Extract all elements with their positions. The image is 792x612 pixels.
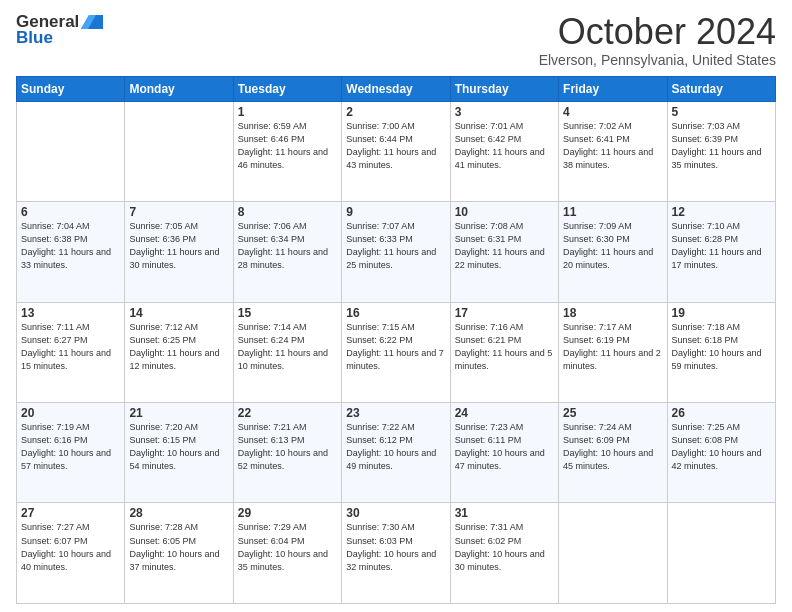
calendar-week-row: 6Sunrise: 7:04 AM Sunset: 6:38 PM Daylig… [17, 202, 776, 302]
day-number: 25 [563, 406, 662, 420]
logo: General Blue [16, 12, 103, 48]
day-number: 20 [21, 406, 120, 420]
day-info: Sunrise: 7:27 AM Sunset: 6:07 PM Dayligh… [21, 521, 120, 573]
table-row: 2Sunrise: 7:00 AM Sunset: 6:44 PM Daylig… [342, 101, 450, 201]
col-saturday: Saturday [667, 76, 775, 101]
day-number: 9 [346, 205, 445, 219]
day-number: 27 [21, 506, 120, 520]
day-info: Sunrise: 7:24 AM Sunset: 6:09 PM Dayligh… [563, 421, 662, 473]
day-info: Sunrise: 7:09 AM Sunset: 6:30 PM Dayligh… [563, 220, 662, 272]
day-info: Sunrise: 7:18 AM Sunset: 6:18 PM Dayligh… [672, 321, 771, 373]
location: Elverson, Pennsylvania, United States [539, 52, 776, 68]
day-number: 11 [563, 205, 662, 219]
day-info: Sunrise: 7:11 AM Sunset: 6:27 PM Dayligh… [21, 321, 120, 373]
day-info: Sunrise: 7:07 AM Sunset: 6:33 PM Dayligh… [346, 220, 445, 272]
day-info: Sunrise: 7:02 AM Sunset: 6:41 PM Dayligh… [563, 120, 662, 172]
table-row [17, 101, 125, 201]
page: General Blue October 2024 Elverson, Penn… [0, 0, 792, 612]
table-row: 24Sunrise: 7:23 AM Sunset: 6:11 PM Dayli… [450, 403, 558, 503]
table-row: 13Sunrise: 7:11 AM Sunset: 6:27 PM Dayli… [17, 302, 125, 402]
day-number: 23 [346, 406, 445, 420]
day-number: 28 [129, 506, 228, 520]
table-row: 6Sunrise: 7:04 AM Sunset: 6:38 PM Daylig… [17, 202, 125, 302]
table-row: 31Sunrise: 7:31 AM Sunset: 6:02 PM Dayli… [450, 503, 558, 604]
day-number: 24 [455, 406, 554, 420]
day-number: 18 [563, 306, 662, 320]
day-info: Sunrise: 7:12 AM Sunset: 6:25 PM Dayligh… [129, 321, 228, 373]
table-row: 27Sunrise: 7:27 AM Sunset: 6:07 PM Dayli… [17, 503, 125, 604]
day-number: 8 [238, 205, 337, 219]
day-number: 13 [21, 306, 120, 320]
day-info: Sunrise: 7:08 AM Sunset: 6:31 PM Dayligh… [455, 220, 554, 272]
day-number: 10 [455, 205, 554, 219]
day-number: 14 [129, 306, 228, 320]
logo-icon [81, 15, 103, 29]
table-row: 8Sunrise: 7:06 AM Sunset: 6:34 PM Daylig… [233, 202, 341, 302]
calendar-week-row: 20Sunrise: 7:19 AM Sunset: 6:16 PM Dayli… [17, 403, 776, 503]
col-monday: Monday [125, 76, 233, 101]
table-row: 28Sunrise: 7:28 AM Sunset: 6:05 PM Dayli… [125, 503, 233, 604]
day-info: Sunrise: 7:00 AM Sunset: 6:44 PM Dayligh… [346, 120, 445, 172]
day-info: Sunrise: 6:59 AM Sunset: 6:46 PM Dayligh… [238, 120, 337, 172]
day-info: Sunrise: 7:04 AM Sunset: 6:38 PM Dayligh… [21, 220, 120, 272]
table-row: 21Sunrise: 7:20 AM Sunset: 6:15 PM Dayli… [125, 403, 233, 503]
col-wednesday: Wednesday [342, 76, 450, 101]
day-info: Sunrise: 7:15 AM Sunset: 6:22 PM Dayligh… [346, 321, 445, 373]
day-info: Sunrise: 7:03 AM Sunset: 6:39 PM Dayligh… [672, 120, 771, 172]
day-info: Sunrise: 7:25 AM Sunset: 6:08 PM Dayligh… [672, 421, 771, 473]
day-info: Sunrise: 7:28 AM Sunset: 6:05 PM Dayligh… [129, 521, 228, 573]
day-info: Sunrise: 7:29 AM Sunset: 6:04 PM Dayligh… [238, 521, 337, 573]
table-row: 12Sunrise: 7:10 AM Sunset: 6:28 PM Dayli… [667, 202, 775, 302]
day-number: 31 [455, 506, 554, 520]
month-title: October 2024 [539, 12, 776, 52]
day-number: 19 [672, 306, 771, 320]
table-row: 26Sunrise: 7:25 AM Sunset: 6:08 PM Dayli… [667, 403, 775, 503]
calendar-week-row: 1Sunrise: 6:59 AM Sunset: 6:46 PM Daylig… [17, 101, 776, 201]
calendar-header-row: Sunday Monday Tuesday Wednesday Thursday… [17, 76, 776, 101]
calendar-week-row: 13Sunrise: 7:11 AM Sunset: 6:27 PM Dayli… [17, 302, 776, 402]
day-info: Sunrise: 7:21 AM Sunset: 6:13 PM Dayligh… [238, 421, 337, 473]
table-row: 4Sunrise: 7:02 AM Sunset: 6:41 PM Daylig… [559, 101, 667, 201]
table-row: 25Sunrise: 7:24 AM Sunset: 6:09 PM Dayli… [559, 403, 667, 503]
day-info: Sunrise: 7:10 AM Sunset: 6:28 PM Dayligh… [672, 220, 771, 272]
calendar-week-row: 27Sunrise: 7:27 AM Sunset: 6:07 PM Dayli… [17, 503, 776, 604]
table-row [559, 503, 667, 604]
table-row: 20Sunrise: 7:19 AM Sunset: 6:16 PM Dayli… [17, 403, 125, 503]
day-number: 17 [455, 306, 554, 320]
col-friday: Friday [559, 76, 667, 101]
day-number: 1 [238, 105, 337, 119]
table-row: 3Sunrise: 7:01 AM Sunset: 6:42 PM Daylig… [450, 101, 558, 201]
table-row [667, 503, 775, 604]
day-number: 12 [672, 205, 771, 219]
day-number: 22 [238, 406, 337, 420]
day-number: 30 [346, 506, 445, 520]
table-row: 9Sunrise: 7:07 AM Sunset: 6:33 PM Daylig… [342, 202, 450, 302]
day-number: 6 [21, 205, 120, 219]
col-sunday: Sunday [17, 76, 125, 101]
table-row: 15Sunrise: 7:14 AM Sunset: 6:24 PM Dayli… [233, 302, 341, 402]
day-number: 29 [238, 506, 337, 520]
day-number: 4 [563, 105, 662, 119]
day-number: 3 [455, 105, 554, 119]
day-number: 16 [346, 306, 445, 320]
table-row: 29Sunrise: 7:29 AM Sunset: 6:04 PM Dayli… [233, 503, 341, 604]
table-row: 14Sunrise: 7:12 AM Sunset: 6:25 PM Dayli… [125, 302, 233, 402]
day-info: Sunrise: 7:23 AM Sunset: 6:11 PM Dayligh… [455, 421, 554, 473]
title-section: October 2024 Elverson, Pennsylvania, Uni… [539, 12, 776, 68]
table-row: 23Sunrise: 7:22 AM Sunset: 6:12 PM Dayli… [342, 403, 450, 503]
table-row: 16Sunrise: 7:15 AM Sunset: 6:22 PM Dayli… [342, 302, 450, 402]
header: General Blue October 2024 Elverson, Penn… [16, 12, 776, 68]
day-info: Sunrise: 7:30 AM Sunset: 6:03 PM Dayligh… [346, 521, 445, 573]
day-info: Sunrise: 7:06 AM Sunset: 6:34 PM Dayligh… [238, 220, 337, 272]
table-row: 30Sunrise: 7:30 AM Sunset: 6:03 PM Dayli… [342, 503, 450, 604]
day-info: Sunrise: 7:05 AM Sunset: 6:36 PM Dayligh… [129, 220, 228, 272]
day-number: 2 [346, 105, 445, 119]
day-number: 21 [129, 406, 228, 420]
day-number: 5 [672, 105, 771, 119]
calendar: Sunday Monday Tuesday Wednesday Thursday… [16, 76, 776, 604]
table-row: 7Sunrise: 7:05 AM Sunset: 6:36 PM Daylig… [125, 202, 233, 302]
table-row [125, 101, 233, 201]
logo-blue: Blue [16, 28, 53, 48]
day-number: 26 [672, 406, 771, 420]
day-info: Sunrise: 7:01 AM Sunset: 6:42 PM Dayligh… [455, 120, 554, 172]
